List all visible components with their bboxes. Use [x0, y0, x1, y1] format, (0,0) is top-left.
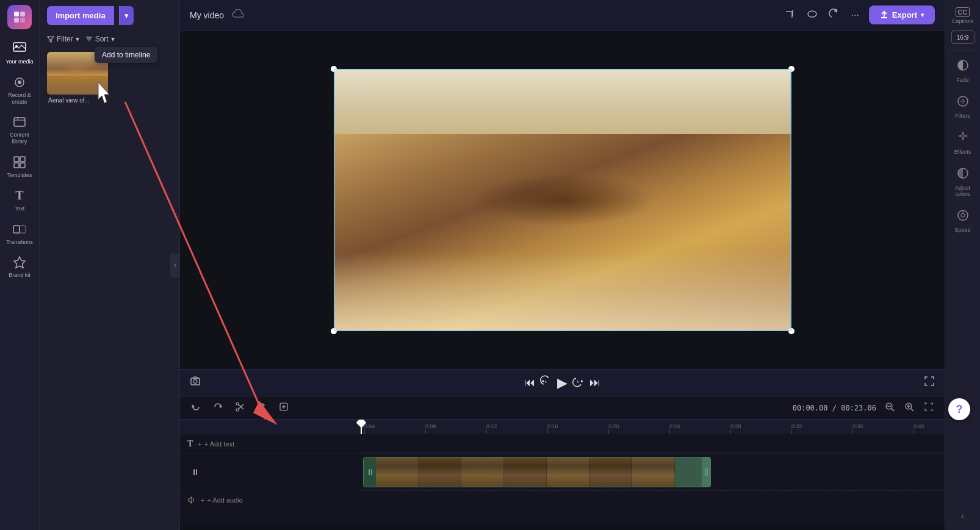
audio-track-content [363, 490, 945, 510]
sidebar-item-transitions[interactable]: Transitions [0, 217, 39, 251]
ruler-tick-16: 0:16 [547, 423, 608, 434]
sidebar-item-brand-kit[interactable]: Brand kit [0, 250, 39, 284]
add-text-button[interactable]: + + Add text [198, 440, 234, 448]
right-sidebar: CC Captions 16:9 Fade Filters Effects Ad… [945, 0, 980, 530]
sidebar-item-templates[interactable]: Templates [0, 150, 39, 184]
ruler-track: 0 0:04 0:08 0:12 0:16 0:20 0:24 0:28 0:3… [361, 420, 945, 434]
record-create-label: Record & create [2, 92, 37, 106]
clip-frame [419, 457, 461, 487]
clip-frames [376, 457, 675, 487]
svg-rect-3 [20, 18, 25, 23]
export-button[interactable]: Export ▾ [869, 5, 935, 24]
adjust-colors-label: Adjust colors [948, 185, 978, 197]
sidebar-item-text[interactable]: T Text [0, 184, 39, 217]
handle-top-right[interactable] [788, 66, 794, 72]
video-track-content: ⏸ [363, 454, 945, 490]
rs-item-effects[interactable]: Effects [945, 125, 980, 161]
filter-button[interactable]: Filter ▾ [47, 35, 79, 43]
svg-text:5: 5 [577, 380, 580, 384]
templates-label: Templates [7, 172, 32, 179]
back5-button[interactable]: 5 [538, 373, 555, 393]
add-clip-button[interactable] [275, 399, 292, 417]
project-name[interactable]: My video [190, 10, 224, 20]
media-thumb-label: Aerial view of... [47, 97, 108, 104]
rotate-toolbar-button[interactable] [826, 6, 842, 24]
timeline-tracks: T + + Add text ⏸ ⏸ [180, 434, 945, 525]
effects-icon [957, 131, 969, 146]
svg-point-54 [961, 213, 965, 217]
delete-button[interactable] [253, 399, 270, 417]
record-create-icon [12, 75, 27, 90]
filters-label: Filters [955, 113, 970, 119]
rs-item-fade[interactable]: Fade [945, 53, 980, 89]
audio-track-row: + + Add audio [180, 490, 945, 510]
sidebar-item-content-library[interactable]: Content library [0, 110, 39, 150]
svg-rect-0 [14, 12, 19, 16]
more-toolbar-button[interactable]: ··· [848, 7, 861, 23]
svg-rect-2 [14, 18, 19, 23]
rs-item-adjust-colors[interactable]: Adjust colors [945, 161, 980, 203]
text-track-icon: T [187, 439, 193, 449]
screenshot-button[interactable] [187, 373, 203, 392]
fade-icon [957, 59, 969, 74]
timeline-scrollbar[interactable] [180, 525, 945, 530]
clip-end-handle[interactable] [702, 457, 710, 487]
fullscreen-button[interactable] [921, 373, 937, 392]
video-track-pause[interactable]: ⏸ [187, 465, 203, 479]
ruler-tick-08: 0:08 [425, 423, 486, 434]
video-frame [334, 69, 791, 331]
captions-icon: CC [956, 7, 970, 17]
zoom-controls [881, 399, 937, 417]
rs-item-filters[interactable]: Filters [945, 89, 980, 125]
ruler-tick-20: 0:20 [608, 423, 669, 434]
svg-rect-16 [20, 226, 26, 233]
skip-fwd-button[interactable]: ⏭ [587, 374, 603, 392]
zoom-in-button[interactable] [901, 399, 918, 417]
ruler-tick-36: 0:36 [852, 423, 913, 434]
import-media-button[interactable]: Import media [47, 6, 114, 25]
handle-top-left[interactable] [331, 66, 337, 72]
ruler-tick-28: 0:28 [730, 423, 791, 434]
import-media-arrow-button[interactable]: ▾ [119, 6, 134, 25]
sidebar-item-record-create[interactable]: Record & create [0, 70, 39, 110]
collapse-panel-button[interactable]: ‹ [170, 253, 180, 278]
svg-rect-1 [20, 12, 25, 16]
redo-button[interactable] [209, 399, 226, 417]
svg-point-7 [18, 81, 21, 84]
add-audio-button[interactable]: + + Add audio [201, 496, 243, 504]
sort-button[interactable]: Sort ▾ [85, 35, 115, 43]
svg-rect-15 [13, 226, 20, 233]
video-clip[interactable]: ⏸ [363, 457, 711, 487]
mask-toolbar-button[interactable] [804, 6, 820, 24]
handle-bottom-left[interactable] [331, 328, 337, 334]
sidebar-item-your-media[interactable]: Your media [0, 37, 39, 70]
text-icon: T [12, 188, 27, 203]
rewind-button[interactable]: ⏮ [522, 374, 538, 392]
clip-frame [547, 457, 589, 487]
ruler-tick-04: 0:04 [364, 423, 425, 434]
play-button[interactable]: ▶ [555, 373, 570, 393]
svg-point-23 [808, 11, 816, 17]
zoom-out-button[interactable] [881, 399, 898, 417]
rs-item-speed[interactable]: Speed [945, 203, 980, 239]
adjust-colors-icon [957, 167, 969, 182]
handle-bottom-right[interactable] [788, 328, 794, 334]
aspect-ratio-badge[interactable]: 16:9 [951, 30, 975, 44]
fwd5-button[interactable]: 5 [570, 373, 587, 393]
undo-button[interactable] [187, 399, 204, 417]
speed-label: Speed [954, 227, 970, 233]
svg-rect-12 [20, 157, 25, 162]
cut-button[interactable] [231, 399, 248, 417]
media-panel-header: Import media ▾ [40, 0, 179, 31]
fit-timeline-button[interactable] [920, 399, 937, 417]
clip-frame [461, 457, 504, 487]
rs-divider [949, 50, 977, 51]
cloud-save-icon [231, 9, 245, 21]
crop-toolbar-button[interactable] [782, 6, 798, 24]
help-button[interactable]: ? [948, 398, 970, 420]
fade-label: Fade [956, 77, 969, 83]
collapse-right-panel-button[interactable]: ‹ [945, 507, 980, 525]
playhead[interactable] [361, 420, 362, 434]
preview-area [180, 30, 945, 369]
top-bar-controls: ··· [782, 6, 861, 24]
